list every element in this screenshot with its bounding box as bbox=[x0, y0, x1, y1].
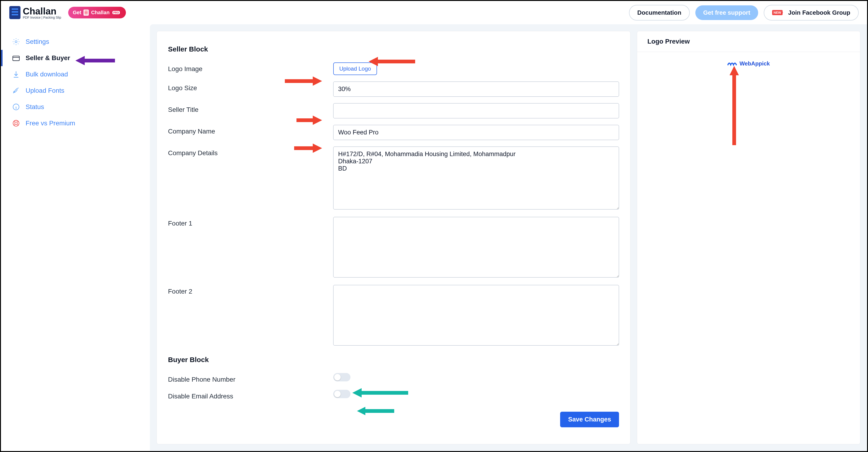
buyer-block-title: Buyer Block bbox=[168, 356, 619, 364]
preview-logo: WebAppick bbox=[727, 60, 770, 67]
get-pro-prefix: Get bbox=[73, 9, 82, 16]
sidebar-item-bulk-download[interactable]: Bulk download bbox=[1, 66, 150, 83]
topbar-left: Challan PDF Invoice | Packing Slip Get C… bbox=[9, 6, 126, 19]
sidebar-item-label: Bulk download bbox=[26, 70, 68, 78]
join-facebook-group-button[interactable]: NEW Join Facebook Group bbox=[764, 5, 859, 21]
svg-point-0 bbox=[15, 41, 17, 43]
save-changes-button[interactable]: Save Changes bbox=[560, 412, 619, 427]
company-details-textarea[interactable] bbox=[333, 146, 619, 209]
footer2-textarea[interactable] bbox=[333, 285, 619, 345]
company-name-label: Company Name bbox=[168, 125, 333, 135]
lifebuoy-icon bbox=[12, 119, 20, 127]
card-icon bbox=[12, 54, 20, 62]
sidebar-item-settings[interactable]: Settings bbox=[1, 33, 150, 50]
settings-card: Seller Block Logo Image Upload Logo Logo… bbox=[157, 31, 630, 444]
annotation-arrow-icon bbox=[728, 66, 741, 146]
topbar-right: Documentation Get free support NEW Join … bbox=[629, 5, 859, 21]
seller-block-title: Seller Block bbox=[168, 45, 619, 53]
sidebar-item-label: Free vs Premium bbox=[26, 119, 75, 127]
join-facebook-group-label: Join Facebook Group bbox=[788, 9, 850, 16]
sidebar: Settings Seller & Buyer Bulk download Up… bbox=[1, 24, 150, 132]
pro-badge: PRO bbox=[113, 11, 120, 14]
svg-point-4 bbox=[15, 122, 17, 124]
documentation-button[interactable]: Documentation bbox=[629, 5, 690, 21]
svg-marker-12 bbox=[730, 66, 739, 145]
sidebar-item-label: Status bbox=[26, 103, 44, 111]
footer2-label: Footer 2 bbox=[168, 285, 333, 295]
disable-email-label: Disable Email Address bbox=[168, 390, 333, 400]
disable-phone-label: Disable Phone Number bbox=[168, 373, 333, 383]
sidebar-item-label: Settings bbox=[26, 38, 49, 46]
upload-logo-button[interactable]: Upload Logo bbox=[333, 62, 377, 75]
logo-size-input[interactable] bbox=[333, 82, 619, 97]
download-icon bbox=[12, 70, 20, 78]
wave-icon bbox=[727, 61, 738, 66]
new-badge: NEW bbox=[772, 10, 783, 15]
get-pro-name: Challan bbox=[91, 9, 110, 16]
seller-title-input[interactable] bbox=[333, 103, 619, 118]
company-name-input[interactable] bbox=[333, 125, 619, 140]
logo-image-label: Logo Image bbox=[168, 62, 333, 73]
svg-rect-1 bbox=[13, 56, 19, 61]
disable-email-toggle[interactable] bbox=[333, 390, 350, 398]
logo-preview-header: Logo Preview bbox=[637, 31, 860, 52]
footer1-label: Footer 1 bbox=[168, 217, 333, 227]
disable-phone-toggle[interactable] bbox=[333, 373, 350, 382]
sidebar-item-upload-fonts[interactable]: Upload Fonts bbox=[1, 83, 150, 99]
feather-icon bbox=[12, 87, 20, 94]
sidebar-item-seller-buyer[interactable]: Seller & Buyer bbox=[1, 50, 150, 66]
seller-title-label: Seller Title bbox=[168, 103, 333, 113]
gear-icon bbox=[12, 38, 20, 46]
sidebar-item-free-vs-premium[interactable]: Free vs Premium bbox=[1, 115, 150, 132]
logo-size-label: Logo Size bbox=[168, 82, 333, 92]
brand-block: Challan PDF Invoice | Packing Slip bbox=[9, 6, 61, 19]
brand-name: Challan bbox=[23, 6, 61, 17]
get-pro-button[interactable]: Get ChallanPRO bbox=[68, 7, 126, 19]
footer1-textarea[interactable] bbox=[333, 217, 619, 278]
get-free-support-button[interactable]: Get free support bbox=[695, 5, 758, 20]
company-details-label: Company Details bbox=[168, 146, 333, 157]
brand-logo-icon bbox=[9, 6, 21, 19]
info-icon bbox=[12, 103, 20, 111]
preview-logo-text: WebAppick bbox=[740, 60, 770, 67]
sidebar-item-status[interactable]: Status bbox=[1, 99, 150, 115]
sidebar-item-label: Upload Fonts bbox=[26, 87, 64, 94]
mini-document-icon bbox=[84, 9, 89, 16]
brand-subtitle: PDF Invoice | Packing Slip bbox=[23, 16, 61, 19]
topbar: Challan PDF Invoice | Packing Slip Get C… bbox=[1, 1, 867, 24]
logo-preview-card: Logo Preview WebAppick bbox=[637, 31, 860, 444]
sidebar-item-label: Seller & Buyer bbox=[26, 54, 70, 62]
